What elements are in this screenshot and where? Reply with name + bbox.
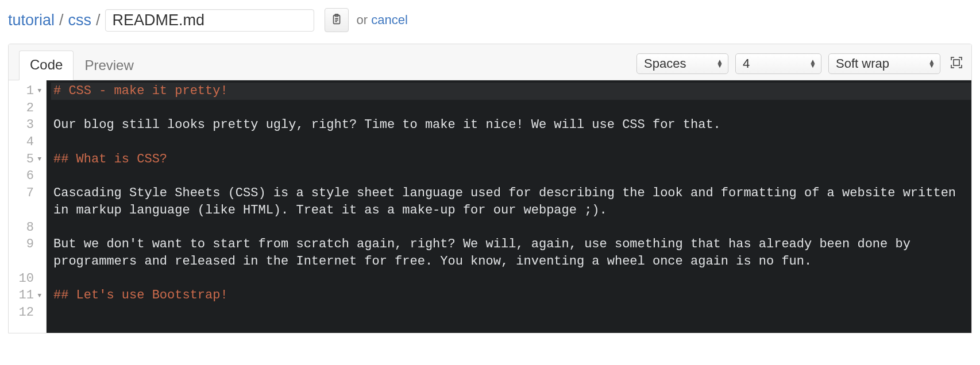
tab-code[interactable]: Code	[19, 51, 74, 80]
breadcrumb-root-link[interactable]: tutorial	[8, 11, 55, 29]
editor-panel: Code Preview Spaces ▲▼ 4 ▲▼ Soft wrap ▲▼	[8, 44, 972, 333]
fold-marker-icon[interactable]: ▼	[36, 155, 41, 164]
line-number: 2	[9, 100, 43, 117]
code-line[interactable]: Our blog still looks pretty ugly, right?…	[51, 117, 971, 134]
svg-rect-2	[954, 60, 959, 65]
code-editor[interactable]: 1▼2345▼67891011▼12 # CSS - make it prett…	[9, 80, 971, 333]
line-number: 8	[9, 219, 43, 236]
code-line[interactable]	[51, 304, 971, 321]
indent-size-select[interactable]: 4 ▲▼	[735, 53, 821, 74]
line-number: 10	[9, 270, 43, 288]
line-number: 1▼	[9, 83, 43, 100]
editor-tabs: Code Preview	[19, 50, 636, 80]
code-line[interactable]	[51, 100, 971, 117]
cancel-link[interactable]: cancel	[371, 13, 408, 27]
or-cancel-text: or cancel	[357, 13, 408, 28]
line-number: 9	[9, 236, 43, 253]
code-line[interactable]	[51, 168, 971, 185]
line-number	[9, 253, 43, 270]
fold-marker-icon[interactable]: ▼	[36, 292, 41, 300]
file-header-row: tutorial / css / or cancel	[8, 8, 972, 32]
filename-input[interactable]	[105, 9, 314, 32]
line-number	[9, 202, 43, 219]
line-number-gutter: 1▼2345▼67891011▼12	[9, 80, 47, 333]
line-number: 12	[9, 304, 43, 321]
select-arrows-icon: ▲▼	[716, 60, 723, 68]
code-line[interactable]: # CSS - make it pretty!	[51, 83, 971, 100]
breadcrumb-separator: /	[96, 11, 101, 29]
code-line[interactable]: in markup language (like HTML). Treat it…	[51, 202, 971, 219]
editor-toolbar: Code Preview Spaces ▲▼ 4 ▲▼ Soft wrap ▲▼	[9, 44, 971, 80]
indent-mode-select[interactable]: Spaces ▲▼	[636, 53, 728, 74]
fullscreen-button[interactable]	[947, 56, 966, 72]
code-line[interactable]: But we don't want to start from scratch …	[51, 236, 971, 253]
breadcrumb-folder-link[interactable]: css	[68, 11, 92, 29]
select-arrows-icon: ▲▼	[928, 60, 935, 68]
wrap-mode-value: Soft wrap	[836, 56, 889, 71]
code-line[interactable]	[51, 270, 971, 288]
line-number: 7	[9, 185, 43, 202]
breadcrumb: tutorial / css /	[8, 9, 314, 32]
line-number: 11▼	[9, 287, 43, 304]
editor-controls: Spaces ▲▼ 4 ▲▼ Soft wrap ▲▼	[636, 53, 966, 80]
wrap-mode-select[interactable]: Soft wrap ▲▼	[828, 53, 940, 74]
code-line[interactable]: programmers and released in the Internet…	[51, 253, 971, 270]
line-number: 5▼	[9, 151, 43, 168]
line-number: 3	[9, 117, 43, 134]
indent-size-value: 4	[743, 56, 750, 71]
code-line[interactable]: ## What is CSS?	[51, 151, 971, 168]
select-arrows-icon: ▲▼	[809, 60, 816, 68]
fold-marker-icon[interactable]: ▼	[36, 87, 41, 95]
tab-preview[interactable]: Preview	[74, 51, 144, 80]
code-line[interactable]: Cascading Style Sheets (CSS) is a style …	[51, 185, 971, 202]
code-content[interactable]: # CSS - make it pretty!Our blog still lo…	[47, 80, 971, 333]
paste-clipboard-button[interactable]	[325, 8, 349, 32]
code-line[interactable]	[51, 134, 971, 151]
code-line[interactable]: ## Let's use Bootstrap!	[51, 287, 971, 304]
indent-mode-value: Spaces	[644, 56, 686, 71]
breadcrumb-separator: /	[59, 11, 64, 29]
code-line[interactable]	[51, 219, 971, 236]
clipboard-icon	[330, 13, 343, 28]
line-number: 4	[9, 134, 43, 151]
fullscreen-icon	[950, 56, 963, 72]
line-number: 6	[9, 168, 43, 185]
